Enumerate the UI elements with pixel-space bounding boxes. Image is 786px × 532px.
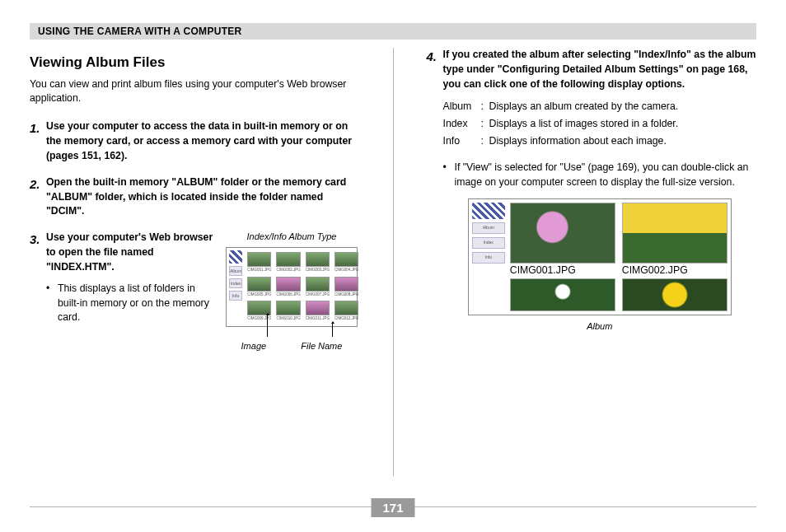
callout-line-image [267,314,268,337]
definition-row: Index : Displays a list of images stored… [443,117,757,132]
thumbnail: CIMG002.JPG [276,252,300,273]
step-number: 3. [30,231,46,352]
step-body: Use your computer's Web browser to open … [46,231,215,274]
album-photo [510,278,615,311]
thumbnail: CIMG003.JPG [306,252,330,273]
definition-value: Displays information about each image. [489,134,757,149]
step-body: If you created the album after selecting… [443,48,757,91]
intro-text: You can view and print album files using… [30,77,360,107]
right-column: 4. If you created the album after select… [427,48,757,476]
step-body: Open the built-in memory "ALBUM" folder … [46,175,360,219]
thumbnail: CIMG005.JPG [247,277,271,298]
step-number: 4. [427,48,443,334]
page-number-badge: 171 [371,498,414,517]
thumbnail: CIMG004.JPG [335,252,358,273]
album-logo-icon [229,250,242,264]
sidebar-btn-album: Album [472,222,505,234]
album-figure: Album Index Info CIMG001.JPG CIMG002.JPG [468,198,732,315]
thumbnail: CIMG010.JPG [276,301,300,322]
figure1-label-filename: File Name [301,340,342,353]
album-sidebar: Album Index Info [472,203,505,311]
step-1: 1. Use your computer to access the data … [30,119,360,163]
definition-key: Album [443,100,481,114]
thumbnail: CIMG012.JPG [335,301,358,322]
sidebar-btn-info: Info [229,291,242,301]
album-photo [622,278,728,311]
sidebar-btn-album: Album [229,266,242,276]
step-4: 4. If you created the album after select… [427,48,757,334]
left-column: Viewing Album Files You can view and pri… [30,48,360,476]
bullet-text: If "View" is selected for "Use" (page 16… [455,161,757,190]
thumbnail: CIMG001.JPG [247,252,271,273]
sidebar-btn-info: Info [472,252,505,264]
bullet-dot: • [443,161,455,190]
section-title: Viewing Album Files [30,53,360,73]
step4-bullet: • If "View" is selected for "Use" (page … [443,161,757,190]
thumbnail-grid: CIMG001.JPG CIMG002.JPG CIMG003.JPG CIMG… [246,250,360,324]
thumbnail: CIMG007.JPG [306,277,330,298]
step-body: Use your computer to access the data in … [46,119,360,163]
definition-row: Album : Displays an album created by the… [443,100,757,114]
thumbnail: CIMG008.JPG [335,277,358,298]
step-number: 2. [30,175,46,219]
bullet-text: This displays a list of folders in built… [58,282,215,325]
definition-value: Displays an album created by the camera. [489,100,757,114]
album-logo-icon [472,203,505,219]
step-number: 1. [30,119,46,163]
album-photo: CIMG001.JPG [510,203,615,273]
thumbnail: CIMG011.JPG [306,301,330,322]
definition-row: Info : Displays information about each i… [443,134,757,149]
album-photo: CIMG002.JPG [622,203,728,273]
callout-line-filename [332,322,333,337]
definition-colon: : [481,134,489,149]
definition-colon: : [481,100,489,114]
step3-bullet: • This displays a list of folders in bui… [46,282,215,325]
thumbnail: CIMG006.JPG [276,277,300,298]
definition-value: Displays a list of images stored in a fo… [489,117,757,132]
sidebar-btn-index: Index [472,237,505,249]
definition-key: Info [443,134,481,149]
index-info-album-figure: Album Index Info CIMG001.JPG CIMG002.JPG… [226,247,358,327]
step-3: 3. Use your computer's Web browser to op… [30,231,360,352]
definition-key: Index [443,117,481,132]
sidebar-btn-index: Index [229,278,242,288]
header-bar: USING THE CAMERA WITH A COMPUTER [30,23,756,40]
figure1-caption-top: Index/Info Album Type [223,231,359,244]
album-sidebar: Album Index Info [229,250,242,324]
figure1-label-image: Image [241,340,267,353]
two-column-layout: Viewing Album Files You can view and pri… [30,48,756,476]
bullet-dot: • [46,282,58,325]
step-2: 2. Open the built-in memory "ALBUM" fold… [30,175,360,219]
definition-colon: : [481,117,489,132]
album-photo-grid: CIMG001.JPG CIMG002.JPG [510,203,728,311]
column-divider [393,48,394,476]
figure2-caption: Album [443,320,757,334]
